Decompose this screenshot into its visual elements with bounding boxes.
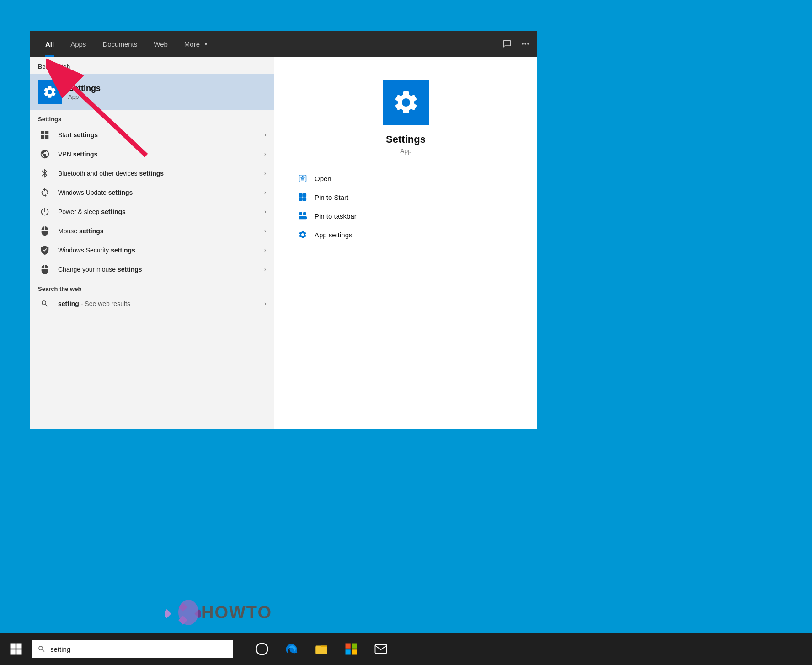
- chevron-right-icon-8: ›: [264, 266, 266, 273]
- action-pin-taskbar[interactable]: Pin to taskbar: [297, 207, 514, 225]
- best-match-subtitle: App: [68, 93, 101, 100]
- action-open[interactable]: Open: [297, 169, 514, 188]
- svg-rect-25: [345, 644, 350, 649]
- svg-point-1: [524, 43, 526, 44]
- svg-rect-16: [194, 609, 201, 618]
- tab-apps[interactable]: Apps: [62, 31, 94, 57]
- mail-button[interactable]: [366, 633, 395, 665]
- web-section-label: Search the web: [30, 279, 274, 295]
- howto-text: HOWTO: [201, 603, 272, 622]
- list-item-bluetooth-settings[interactable]: Bluetooth and other devices settings ›: [30, 164, 274, 183]
- taskbar-search-bar[interactable]: setting: [32, 640, 233, 658]
- app-settings-icon: [297, 230, 308, 239]
- svg-rect-13: [178, 603, 187, 612]
- chevron-right-icon-3: ›: [264, 170, 266, 177]
- bluetooth-icon: [38, 168, 52, 178]
- chevron-right-icon-7: ›: [264, 247, 266, 253]
- svg-rect-18: [11, 644, 16, 649]
- feedback-icon[interactable]: [502, 39, 512, 48]
- svg-point-17: [178, 600, 198, 625]
- best-match-text: Settings App: [68, 84, 101, 100]
- list-item-change-mouse-settings[interactable]: Change your mouse settings ›: [30, 260, 274, 279]
- svg-rect-21: [16, 649, 21, 654]
- windows-update-icon: [38, 188, 52, 198]
- edge-browser-button[interactable]: [277, 633, 306, 665]
- mouse-icon: [38, 226, 52, 236]
- windows-security-icon: [38, 245, 52, 255]
- left-panel: Best match Settings App Settings Start s…: [30, 57, 274, 429]
- right-panel-subtitle: App: [400, 147, 411, 155]
- action-app-settings[interactable]: App settings: [297, 225, 514, 244]
- start-settings-text: Start settings: [58, 131, 258, 139]
- task-view-button[interactable]: [247, 633, 277, 665]
- chevron-right-icon-web: ›: [264, 300, 266, 307]
- file-explorer-button[interactable]: [306, 633, 336, 665]
- action-pin-taskbar-text: Pin to taskbar: [315, 212, 357, 220]
- windows-update-settings-text: Windows Update settings: [58, 189, 258, 196]
- web-search-item[interactable]: setting - See web results ›: [30, 295, 274, 312]
- tab-documents[interactable]: Documents: [94, 31, 145, 57]
- list-item-windows-security-settings[interactable]: Windows Security settings ›: [30, 241, 274, 260]
- svg-rect-29: [375, 644, 386, 654]
- search-web-icon: [38, 300, 52, 308]
- svg-rect-26: [352, 644, 357, 649]
- pin-taskbar-icon: [297, 211, 308, 220]
- chevron-down-icon: ▼: [203, 41, 208, 47]
- tab-all[interactable]: All: [37, 31, 62, 57]
- open-icon: [297, 174, 308, 183]
- list-item-vpn-settings[interactable]: VPN settings ›: [30, 145, 274, 164]
- action-pin-start-text: Pin to Start: [315, 193, 348, 201]
- list-item-start-settings[interactable]: Start settings ›: [30, 125, 274, 145]
- web-search-text: setting - See web results: [58, 300, 258, 307]
- svg-point-0: [522, 43, 524, 44]
- right-panel-title: Settings: [386, 134, 426, 145]
- svg-rect-5: [303, 194, 306, 197]
- svg-rect-7: [303, 198, 306, 201]
- power-settings-text: Power & sleep settings: [58, 208, 258, 215]
- action-app-settings-text: App settings: [315, 231, 353, 239]
- nav-bar: All Apps Documents Web More ▼: [30, 31, 537, 57]
- search-window: All Apps Documents Web More ▼ Best: [30, 31, 537, 429]
- action-open-text: Open: [315, 175, 331, 182]
- svg-rect-9: [299, 213, 302, 215]
- watermark: HOWTO: [165, 594, 272, 631]
- svg-rect-14: [178, 616, 187, 625]
- action-list: Open Pin to Start Pin to taskbar: [288, 169, 524, 244]
- svg-rect-4: [299, 194, 303, 197]
- tab-more[interactable]: More ▼: [176, 31, 217, 57]
- nav-bar-right: [502, 39, 530, 48]
- list-item-power-settings[interactable]: Power & sleep settings ›: [30, 202, 274, 221]
- more-options-icon[interactable]: [521, 39, 530, 48]
- content-area: Best match Settings App Settings Start s…: [30, 57, 537, 429]
- svg-rect-28: [352, 649, 357, 654]
- mouse-settings-text: Mouse settings: [58, 227, 258, 235]
- svg-rect-20: [11, 649, 16, 654]
- taskbar-icons: [247, 633, 395, 665]
- tab-web[interactable]: Web: [145, 31, 176, 57]
- microsoft-store-button[interactable]: [336, 633, 366, 665]
- right-panel: Settings App Open Pin to Start: [274, 57, 537, 429]
- change-mouse-settings-text: Change your mouse settings: [58, 266, 258, 273]
- svg-rect-24: [315, 647, 327, 654]
- vpn-settings-text: VPN settings: [58, 150, 258, 158]
- right-panel-app-icon: [383, 80, 429, 125]
- action-pin-start[interactable]: Pin to Start: [297, 188, 514, 207]
- list-item-mouse-settings[interactable]: Mouse settings ›: [30, 221, 274, 241]
- start-settings-icon: [38, 130, 52, 140]
- svg-rect-10: [304, 213, 306, 215]
- start-button[interactable]: [0, 633, 32, 665]
- svg-rect-27: [345, 649, 350, 654]
- taskbar-search-text: setting: [50, 645, 70, 653]
- taskbar: setting: [0, 633, 812, 665]
- bluetooth-settings-text: Bluetooth and other devices settings: [58, 170, 258, 177]
- power-icon: [38, 207, 52, 217]
- svg-rect-8: [299, 217, 307, 219]
- best-match-title: Settings: [68, 84, 101, 93]
- howto-logo-icon: [165, 594, 201, 631]
- chevron-right-icon: ›: [264, 132, 266, 138]
- list-item-windows-update-settings[interactable]: Windows Update settings ›: [30, 183, 274, 202]
- windows-security-settings-text: Windows Security settings: [58, 247, 258, 254]
- best-match-item[interactable]: Settings App: [30, 74, 274, 110]
- svg-rect-15: [165, 609, 171, 618]
- settings-app-icon: [38, 80, 62, 104]
